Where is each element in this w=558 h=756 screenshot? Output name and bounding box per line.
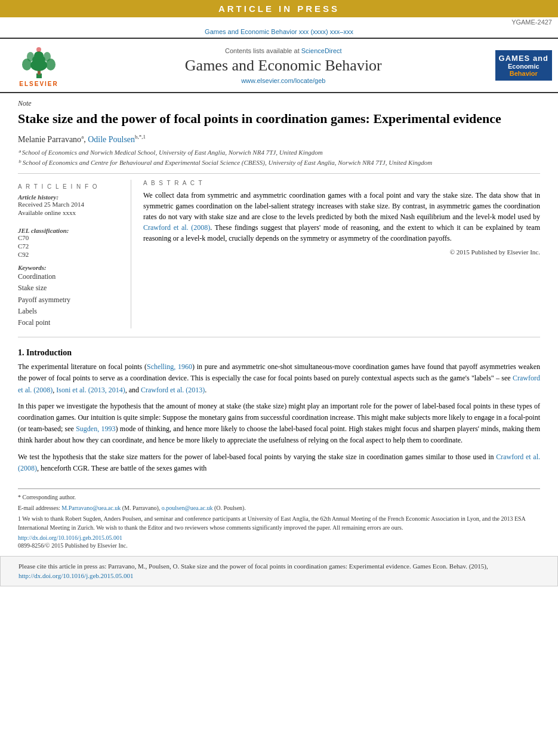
keyword-stake-size: Stake size	[18, 282, 122, 294]
body-divider	[18, 337, 540, 337]
copyright-footer: 0899-8256/© 2015 Published by Elsevier I…	[0, 541, 558, 550]
keywords-section: Keywords: Coordination Stake size Payoff…	[18, 264, 122, 328]
journal-main-title: Games and Economic Behavior	[78, 57, 489, 75]
cgr-link[interactable]: Crawford et al. (2008)	[18, 453, 540, 472]
aip-banner: ARTICLE IN PRESS	[0, 0, 558, 17]
jel-c72: C72	[18, 242, 122, 250]
footnote-email: E-mail addresses: M.Parravano@uea.ac.uk …	[18, 503, 540, 512]
economic-word-logo: Economic	[499, 63, 548, 70]
article-info-col: A R T I C L E I N F O Article history: R…	[18, 180, 131, 328]
crawford-2013-link[interactable]: Crawford et al. (2013)	[141, 386, 205, 394]
jel-label: JEL classification:	[18, 227, 122, 234]
jel-c92: C92	[18, 251, 122, 258]
abstract-text: We collect data from symmetric and asymm…	[143, 190, 540, 244]
note-label: Note	[18, 99, 540, 108]
journal-title-center: Contents lists available at ScienceDirec…	[78, 47, 489, 84]
journal-url[interactable]: www.elsevier.com/locate/geb	[78, 77, 489, 84]
keyword-coordination: Coordination	[18, 271, 122, 282]
received-date: Received 25 March 2014	[18, 201, 122, 208]
affiliation-b: ᵇ School of Economics and Centre for Beh…	[18, 158, 540, 168]
citation-doi-link[interactable]: http://dx.doi.org/10.1016/j.geb.2015.05.…	[19, 572, 134, 579]
body-section: 1. Introduction The experimental literat…	[0, 340, 558, 485]
svg-point-7	[27, 52, 34, 62]
elsevier-logo: ELSEVIER	[6, 44, 72, 87]
available-online: Available online xxxx	[18, 209, 122, 216]
ygame-id: YGAME-2427	[0, 17, 558, 27]
elsevier-label: ELSEVIER	[19, 81, 58, 87]
authors: Melanie Parravanoa, Odile Poulsenb,*,1	[18, 134, 540, 145]
abstract-title: A B S T R A C T	[143, 180, 540, 186]
article-info-title: A R T I C L E I N F O	[18, 183, 122, 190]
schelling-link[interactable]: Schelling, 1960	[147, 362, 192, 371]
behavior-word-logo: Behavior	[499, 70, 548, 77]
abstract-col: A B S T R A C T We collect data from sym…	[143, 180, 540, 328]
keywords-label: Keywords:	[18, 264, 122, 271]
article-content: Note Stake size and the power of focal p…	[0, 93, 558, 334]
isoni-link[interactable]: Isoni et al. (2013, 2014)	[56, 386, 125, 394]
footnotes-section: * Corresponding author. E-mail addresses…	[18, 488, 540, 532]
citation-box: Please cite this article in press as: Pa…	[0, 556, 558, 586]
keyword-focal-point: Focal point	[18, 317, 122, 328]
keyword-labels: Labels	[18, 306, 122, 317]
intro-heading: 1. Introduction	[18, 348, 540, 358]
sciencedirect-link[interactable]: ScienceDirect	[301, 47, 342, 54]
jel-c70: C70	[18, 234, 122, 241]
author-poulsen-link[interactable]: Odile Poulsen	[88, 134, 135, 143]
abstract-crawford-link[interactable]: Crawford et al. (2008)	[143, 223, 210, 232]
affiliation-a: ᵃ School of Economics and Norwich Medica…	[18, 147, 540, 158]
journal-header: ELSEVIER Contents lists available at Sci…	[0, 38, 558, 93]
contents-line: Contents lists available at ScienceDirec…	[78, 47, 489, 54]
email-parravano-link[interactable]: M.Parravano@uea.ac.uk	[61, 505, 121, 511]
affiliations: ᵃ School of Economics and Norwich Medica…	[18, 147, 540, 167]
doi-line[interactable]: http://dx.doi.org/10.1016/j.geb.2015.05.…	[0, 534, 558, 541]
body-para1: The experimental literature on focal poi…	[18, 361, 540, 396]
sugden-link[interactable]: Sugden, 1993	[76, 425, 115, 433]
section-divider	[18, 173, 540, 174]
abstract-copyright: © 2015 Published by Elsevier Inc.	[143, 248, 540, 256]
body-para2: In this paper we investigate the hypothe…	[18, 401, 540, 447]
email-poulsen-link[interactable]: o.poulsen@uea.ac.uk	[162, 505, 213, 511]
article-history-label: Article history:	[18, 193, 122, 201]
keyword-payoff-asymmetry: Payoff asymmetry	[18, 294, 122, 306]
footnote-corresponding: * Corresponding author.	[18, 493, 540, 502]
body-para3: We test the hypothesis that the stake si…	[18, 451, 540, 474]
svg-point-9	[36, 47, 41, 52]
svg-point-8	[44, 52, 51, 62]
games-logo-box: GAMES and Economic Behavior	[495, 50, 552, 81]
footnote-1: 1 We wish to thank Robert Sugden, Anders…	[18, 514, 540, 532]
games-word-logo: GAMES and	[499, 54, 548, 63]
journal-ref-line: Games and Economic Behavior xxx (xxxx) x…	[0, 27, 558, 38]
two-col-layout: A R T I C L E I N F O Article history: R…	[18, 180, 540, 328]
elsevier-tree-icon	[14, 44, 64, 79]
article-title: Stake size and the power of focal points…	[18, 110, 540, 128]
svg-point-4	[34, 51, 44, 60]
